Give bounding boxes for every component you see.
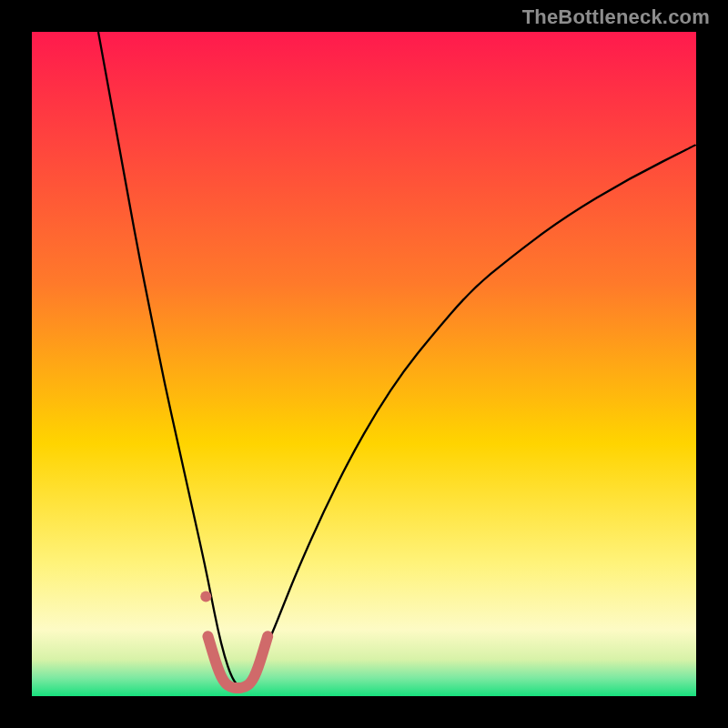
highlight-band	[207, 636, 268, 688]
bottleneck-curve	[98, 32, 696, 686]
curve-layer	[32, 32, 696, 696]
highlight-dot-left	[200, 592, 211, 602]
watermark-text: TheBottleneck.com	[522, 5, 710, 29]
chart-frame: TheBottleneck.com	[0, 0, 728, 728]
plot-area	[32, 32, 696, 696]
